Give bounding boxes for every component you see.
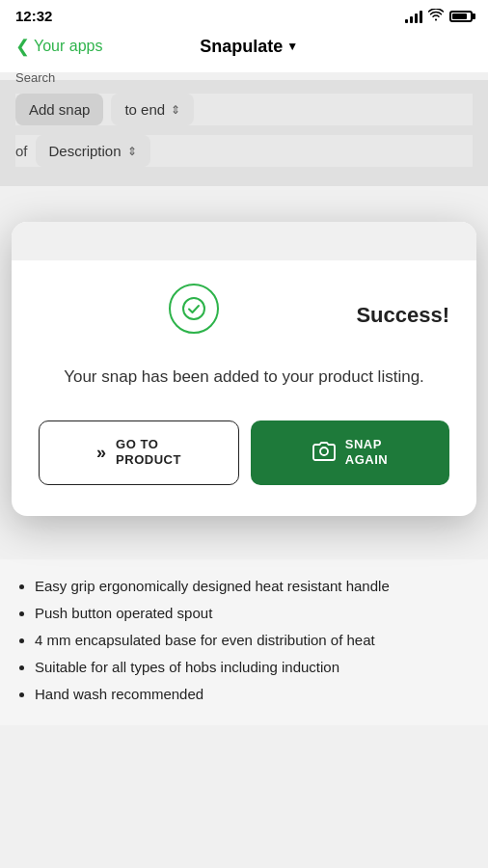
wifi-icon — [428, 9, 444, 24]
search-label: Search — [15, 70, 55, 85]
go-to-product-label: GO TO PRODUCT — [116, 437, 181, 470]
svg-point-0 — [183, 298, 204, 319]
back-arrow-icon: ❮ — [15, 36, 30, 57]
snap-again-button[interactable]: SNAP AGAIN — [251, 420, 449, 486]
nav-chevron-icon: ▼ — [286, 40, 298, 53]
list-item: Push button operated spout — [35, 602, 473, 625]
back-button[interactable]: ❮ Your apps — [15, 36, 102, 57]
list-item: Easy grip ergonomically designed heat re… — [35, 575, 473, 598]
double-arrow-icon: » — [96, 443, 106, 463]
modal-top-bar — [12, 222, 476, 260]
camera-icon — [312, 440, 336, 466]
of-text: of — [15, 143, 28, 159]
snap-again-label: SNAP AGAIN — [345, 437, 388, 470]
list-item: Hand wash recommended — [35, 683, 473, 706]
modal-body: Success! Your snap has been added to you… — [12, 260, 476, 516]
status-bar: 12:32 — [0, 0, 488, 28]
to-end-chevron-icon: ⇕ — [171, 103, 180, 117]
add-snap-label: Add snap — [15, 94, 103, 125]
bg-row-2: of Description ⇕ — [15, 135, 473, 167]
success-check-icon — [169, 284, 219, 334]
description-chevron-icon: ⇕ — [127, 145, 137, 158]
svg-point-1 — [320, 448, 328, 455]
to-end-select[interactable]: to end ⇕ — [111, 94, 194, 125]
bg-content: Add snap to end ⇕ of Description ⇕ — [0, 80, 488, 186]
signal-icon — [405, 10, 422, 23]
bg-row-1: Add snap to end ⇕ — [15, 94, 473, 125]
success-title-text: Success! — [356, 303, 449, 328]
success-message: Your snap has been added to your product… — [39, 365, 449, 390]
back-label: Your apps — [34, 38, 102, 55]
success-modal: Success! Your snap has been added to you… — [12, 222, 476, 516]
go-to-product-button[interactable]: » GO TO PRODUCT — [39, 420, 239, 486]
list-item: 4 mm encapsulated base for even distribu… — [35, 629, 473, 652]
modal-buttons: » GO TO PRODUCT SNAP AGAIN — [39, 420, 449, 486]
bg-list: Easy grip ergonomically designed heat re… — [0, 559, 488, 725]
app-title: Snapulate — [200, 37, 283, 57]
search-hint: Search — [15, 70, 55, 85]
product-features-list: Easy grip ergonomically designed heat re… — [15, 575, 473, 706]
list-item: Suitable for all types of hobs including… — [35, 656, 473, 679]
nav-title: Snapulate ▼ — [200, 37, 298, 57]
status-icons — [405, 9, 473, 24]
nav-bar: ❮ Your apps Snapulate ▼ — [0, 28, 488, 67]
battery-icon — [449, 11, 473, 22]
success-title-row: Success! — [39, 284, 449, 347]
description-select[interactable]: Description ⇕ — [36, 135, 150, 167]
status-time: 12:32 — [15, 8, 52, 24]
